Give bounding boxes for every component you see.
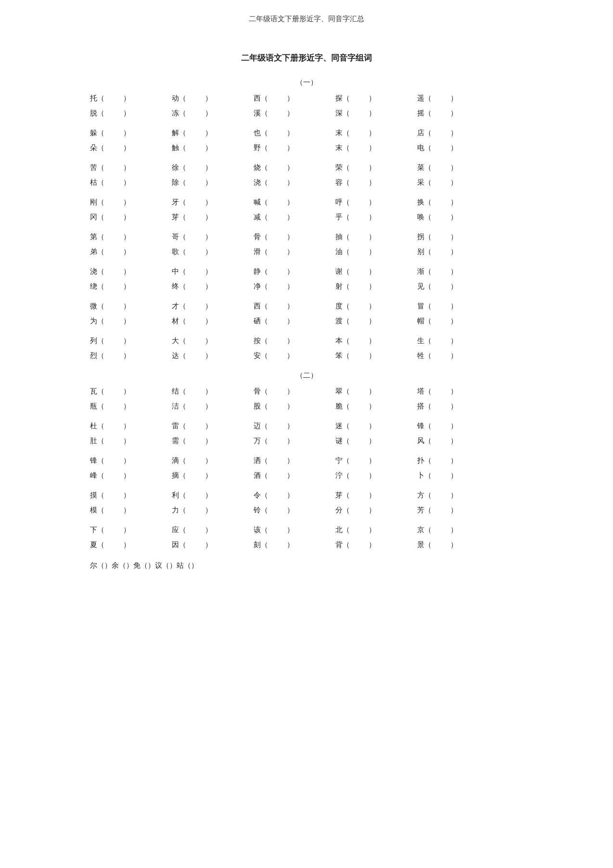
list-item: 减（） bbox=[254, 211, 335, 224]
char-label: 溪（ bbox=[254, 107, 268, 120]
close-paren: ） bbox=[369, 265, 376, 278]
char-label: 渡（ bbox=[335, 315, 350, 328]
char-label: 材（ bbox=[172, 315, 186, 328]
char-label: 该（ bbox=[254, 523, 268, 536]
close-paren: ） bbox=[369, 141, 376, 154]
char-label: 夏（ bbox=[90, 538, 104, 551]
list-item: 需（） bbox=[172, 434, 254, 447]
close-paren: ） bbox=[123, 454, 130, 467]
char-label: 锋（ bbox=[417, 420, 432, 433]
char-row: 下（）应（）该（）北（）京（） bbox=[90, 523, 523, 536]
char-label: 见（ bbox=[417, 280, 432, 293]
char-label: 笨（ bbox=[335, 349, 350, 362]
list-item: 呼（） bbox=[335, 196, 417, 209]
char-label: 因（ bbox=[172, 538, 186, 551]
char-label: 微（ bbox=[90, 300, 104, 313]
list-item: 京（） bbox=[417, 523, 458, 536]
close-paren: ） bbox=[123, 434, 130, 447]
close-paren: ） bbox=[287, 349, 294, 362]
row-pair: 浇（）中（）静（）谢（）渐（）绕（）终（）净（）射（）见（） bbox=[90, 265, 523, 293]
list-item: 哥（） bbox=[172, 230, 254, 243]
list-item: 度（） bbox=[335, 300, 417, 313]
char-label: 歌（ bbox=[172, 245, 186, 258]
close-paren: ） bbox=[369, 504, 376, 517]
close-paren: ） bbox=[123, 176, 130, 189]
list-item: 摇（） bbox=[417, 107, 458, 120]
char-label: 卜（ bbox=[417, 469, 432, 482]
list-item: 冻（） bbox=[172, 107, 254, 120]
close-paren: ） bbox=[450, 454, 458, 467]
char-label: 为（ bbox=[90, 315, 104, 328]
char-label: 烈（ bbox=[90, 349, 104, 362]
close-paren: ） bbox=[450, 300, 458, 313]
list-item: 射（） bbox=[335, 280, 417, 293]
close-paren: ） bbox=[205, 176, 212, 189]
list-item: 微（） bbox=[90, 300, 172, 313]
close-paren: ） bbox=[450, 265, 458, 278]
char-label: 需（ bbox=[172, 434, 186, 447]
list-item: 菜（） bbox=[417, 161, 458, 174]
char-label: 谢（ bbox=[335, 265, 350, 278]
char-label: 静（ bbox=[254, 265, 268, 278]
list-item: 锋（） bbox=[417, 420, 458, 433]
close-paren: ） bbox=[287, 211, 294, 224]
list-item: 方（） bbox=[417, 489, 458, 502]
char-label: 减（ bbox=[254, 211, 268, 224]
close-paren: ） bbox=[205, 107, 212, 120]
char-label: 酒（ bbox=[254, 469, 268, 482]
char-row: 模（）力（）铃（）分（）芳（） bbox=[90, 504, 523, 517]
char-label: 徐（ bbox=[172, 161, 186, 174]
close-paren: ） bbox=[205, 161, 212, 174]
close-paren: ） bbox=[123, 385, 130, 398]
char-row: 托（）动（）西（）探（）遥（） bbox=[90, 92, 523, 105]
list-item: 该（） bbox=[254, 523, 335, 536]
close-paren: ） bbox=[287, 176, 294, 189]
close-paren: ） bbox=[450, 489, 458, 502]
close-paren: ） bbox=[450, 469, 458, 482]
close-paren: ） bbox=[205, 454, 212, 467]
list-item: 翠（） bbox=[335, 385, 417, 398]
list-item: 洒（） bbox=[254, 454, 335, 467]
list-item: 骨（） bbox=[254, 385, 335, 398]
close-paren: ） bbox=[287, 230, 294, 243]
list-item: 乎（） bbox=[335, 211, 417, 224]
list-item: 冈（） bbox=[90, 211, 172, 224]
list-item: 末（） bbox=[335, 141, 417, 154]
list-item: 下（） bbox=[90, 523, 172, 536]
list-item: 容（） bbox=[335, 176, 417, 189]
list-item: 脆（） bbox=[335, 400, 417, 413]
list-item: 大（） bbox=[172, 334, 254, 347]
close-paren: ） bbox=[369, 385, 376, 398]
close-paren: ） bbox=[205, 127, 212, 140]
char-label: 脱（ bbox=[90, 107, 104, 120]
char-row: 浇（）中（）静（）谢（）渐（） bbox=[90, 265, 523, 278]
char-label: 也（ bbox=[254, 127, 268, 140]
list-item: 本（） bbox=[335, 334, 417, 347]
list-item: 分（） bbox=[335, 504, 417, 517]
char-label: 谜（ bbox=[335, 434, 350, 447]
close-paren: ） bbox=[287, 196, 294, 209]
char-row: 峰（）摘（）酒（）泞（）卜（） bbox=[90, 469, 523, 482]
list-item: 遥（） bbox=[417, 92, 458, 105]
close-paren: ） bbox=[205, 420, 212, 433]
list-item: 万（） bbox=[254, 434, 335, 447]
close-paren: ） bbox=[369, 420, 376, 433]
char-row: 弟（）歌（）滑（）油（）别（） bbox=[90, 245, 523, 258]
close-paren: ） bbox=[123, 265, 130, 278]
list-item: 才（） bbox=[172, 300, 254, 313]
close-paren: ） bbox=[287, 523, 294, 536]
list-item: 扑（） bbox=[417, 454, 458, 467]
close-paren: ） bbox=[123, 230, 130, 243]
list-item: 因（） bbox=[172, 538, 254, 551]
list-item: 酒（） bbox=[254, 469, 335, 482]
char-label: 应（ bbox=[172, 523, 186, 536]
close-paren: ） bbox=[205, 538, 212, 551]
close-paren: ） bbox=[123, 211, 130, 224]
char-row: 锋（）滴（）洒（）宁（）扑（） bbox=[90, 454, 523, 467]
char-label: 浇（ bbox=[254, 176, 268, 189]
char-row: 绕（）终（）净（）射（）见（） bbox=[90, 280, 523, 293]
list-item: 探（） bbox=[335, 92, 417, 105]
close-paren: ） bbox=[287, 400, 294, 413]
list-item: 第（） bbox=[90, 230, 172, 243]
list-item: 净（） bbox=[254, 280, 335, 293]
